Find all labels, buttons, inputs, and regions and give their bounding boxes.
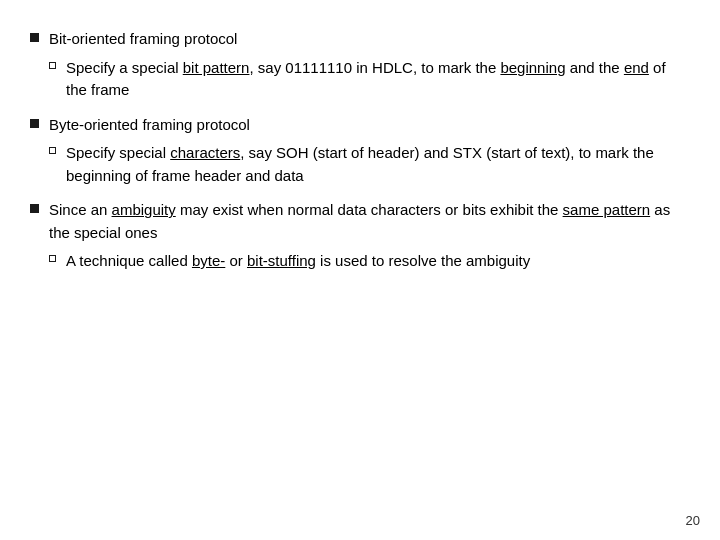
slide-content: Bit-oriented framing protocol Specify a …: [0, 0, 720, 540]
sub-item-1a: Specify a special bit pattern, say 01111…: [49, 57, 680, 102]
bullet-square-2: [30, 119, 39, 128]
sub-text-3a: A technique called byte- or bit-stuffing…: [66, 250, 680, 273]
bullet-text-1: Bit-oriented framing protocol Specify a …: [49, 28, 680, 102]
sub-square-3a: [49, 255, 56, 262]
bullet2-main-text: Byte-oriented framing protocol: [49, 116, 250, 133]
sub-text-1a: Specify a special bit pattern, say 01111…: [66, 57, 680, 102]
bullet-item-2: Byte-oriented framing protocol Specify s…: [30, 114, 680, 188]
page-number: 20: [686, 513, 700, 528]
bullet-text-3: Since an ambiguity may exist when normal…: [49, 199, 680, 273]
bullet-item-3: Since an ambiguity may exist when normal…: [30, 199, 680, 273]
bullet3-main-text: Since an ambiguity may exist when normal…: [49, 201, 670, 241]
bullet-text-2: Byte-oriented framing protocol Specify s…: [49, 114, 680, 188]
sub-list-1: Specify a special bit pattern, say 01111…: [49, 57, 680, 102]
sub-item-2a: Specify special characters, say SOH (sta…: [49, 142, 680, 187]
main-bullet-list: Bit-oriented framing protocol Specify a …: [30, 28, 680, 273]
bullet-item-1: Bit-oriented framing protocol Specify a …: [30, 28, 680, 102]
sub-list-3: A technique called byte- or bit-stuffing…: [49, 250, 680, 273]
sub-square-1a: [49, 62, 56, 69]
bullet1-main-text: Bit-oriented framing protocol: [49, 30, 237, 47]
sub-text-2a: Specify special characters, say SOH (sta…: [66, 142, 680, 187]
sub-list-2: Specify special characters, say SOH (sta…: [49, 142, 680, 187]
bullet-square-1: [30, 33, 39, 42]
sub-item-3a: A technique called byte- or bit-stuffing…: [49, 250, 680, 273]
sub-square-2a: [49, 147, 56, 154]
bullet-square-3: [30, 204, 39, 213]
